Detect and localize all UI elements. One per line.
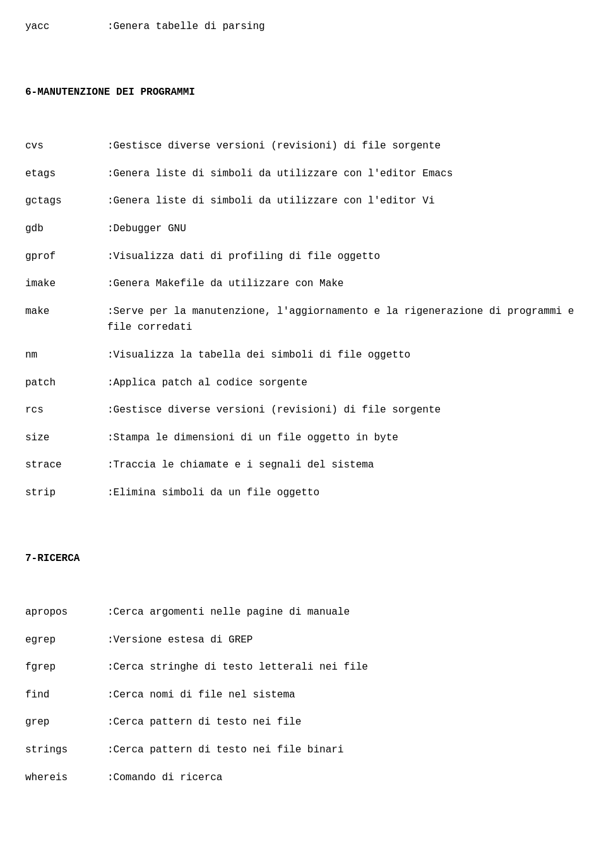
command-row-make: make:Serve per la manutenzione, l'aggior… [25, 304, 581, 336]
command-desc-fgrep: :Cerca stringhe di testo letterali nei f… [107, 660, 581, 676]
command-row-yacc: yacc:Genera tabelle di parsing [25, 19, 581, 35]
command-desc-etags: :Genera liste di simboli da utilizzare c… [107, 166, 581, 183]
command-name-gprof: gprof [25, 249, 107, 265]
command-row-strip: strip:Elimina simboli da un file oggetto [25, 485, 581, 502]
command-desc-cvs: :Gestisce diverse versioni (revisioni) d… [107, 138, 581, 155]
command-row-patch: patch:Applica patch al codice sorgente [25, 375, 581, 392]
command-name-make: make [25, 304, 107, 320]
command-desc-rcs: :Gestisce diverse versioni (revisioni) d… [107, 402, 581, 419]
command-name-gctags: gctags [25, 193, 107, 210]
command-name-cvs: cvs [25, 138, 107, 155]
command-name-egrep: egrep [25, 632, 107, 649]
command-name-find: find [25, 687, 107, 704]
command-name-whereis: whereis [25, 770, 107, 787]
command-name-apropos: apropos [25, 605, 107, 621]
command-desc-make: :Serve per la manutenzione, l'aggiorname… [107, 304, 581, 336]
command-row-rcs: rcs:Gestisce diverse versioni (revisioni… [25, 402, 581, 419]
command-name-strip: strip [25, 485, 107, 502]
command-desc-gprof: :Visualizza dati di profiling di file og… [107, 249, 581, 265]
command-name-fgrep: fgrep [25, 660, 107, 676]
command-desc-imake: :Genera Makefile da utilizzare con Make [107, 276, 581, 292]
command-row-etags: etags:Genera liste di simboli da utilizz… [25, 166, 581, 183]
command-name-rcs: rcs [25, 402, 107, 419]
command-name-size: size [25, 430, 107, 447]
command-desc-strip: :Elimina simboli da un file oggetto [107, 485, 581, 502]
main-content: yacc:Genera tabelle di parsing6-MANUTENZ… [25, 19, 581, 786]
command-name-etags: etags [25, 166, 107, 183]
command-name-yacc: yacc [25, 19, 107, 35]
command-desc-find: :Cerca nomi di file nel sistema [107, 687, 581, 704]
command-row-whereis: whereis:Comando di ricerca [25, 770, 581, 787]
command-row-imake: imake:Genera Makefile da utilizzare con … [25, 276, 581, 292]
command-name-gdb: gdb [25, 221, 107, 238]
command-name-patch: patch [25, 375, 107, 392]
command-row-cvs: cvs:Gestisce diverse versioni (revisioni… [25, 138, 581, 155]
command-desc-grep: :Cerca pattern di testo nei file [107, 714, 581, 731]
command-row-strings: strings:Cerca pattern di testo nei file … [25, 742, 581, 759]
command-row-nm: nm:Visualizza la tabella dei simboli di … [25, 347, 581, 364]
command-row-apropos: apropos:Cerca argomenti nelle pagine di … [25, 605, 581, 621]
command-desc-apropos: :Cerca argomenti nelle pagine di manuale [107, 605, 581, 621]
command-desc-whereis: :Comando di ricerca [107, 770, 581, 787]
command-name-nm: nm [25, 347, 107, 364]
command-desc-strace: :Traccia le chiamate e i segnali del sis… [107, 457, 581, 474]
command-name-strace: strace [25, 457, 107, 474]
command-desc-nm: :Visualizza la tabella dei simboli di fi… [107, 347, 581, 364]
command-row-gdb: gdb:Debugger GNU [25, 221, 581, 238]
command-row-gprof: gprof:Visualizza dati di profiling di fi… [25, 249, 581, 265]
command-desc-gdb: :Debugger GNU [107, 221, 581, 238]
command-name-imake: imake [25, 276, 107, 292]
command-desc-gctags: :Genera liste di simboli da utilizzare c… [107, 193, 581, 210]
command-desc-yacc: :Genera tabelle di parsing [107, 19, 581, 35]
section-header-section-6: 6-MANUTENZIONE DEI PROGRAMMI [25, 85, 581, 101]
command-desc-strings: :Cerca pattern di testo nei file binari [107, 742, 581, 759]
section-header-section-7: 7-RICERCA [25, 551, 581, 567]
command-row-gctags: gctags:Genera liste di simboli da utiliz… [25, 193, 581, 210]
command-row-find: find:Cerca nomi di file nel sistema [25, 687, 581, 704]
command-name-strings: strings [25, 742, 107, 759]
command-row-size: size:Stampa le dimensioni di un file ogg… [25, 430, 581, 447]
command-row-egrep: egrep:Versione estesa di GREP [25, 632, 581, 649]
command-name-grep: grep [25, 714, 107, 731]
command-desc-patch: :Applica patch al codice sorgente [107, 375, 581, 392]
command-row-strace: strace:Traccia le chiamate e i segnali d… [25, 457, 581, 474]
command-row-fgrep: fgrep:Cerca stringhe di testo letterali … [25, 660, 581, 676]
command-desc-egrep: :Versione estesa di GREP [107, 632, 581, 649]
command-row-grep: grep:Cerca pattern di testo nei file [25, 714, 581, 731]
command-desc-size: :Stampa le dimensioni di un file oggetto… [107, 430, 581, 447]
